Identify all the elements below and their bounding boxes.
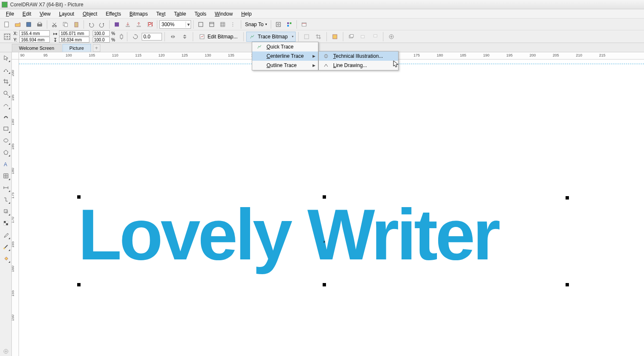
svg-point-29 [5, 36, 5, 37]
snap-to-dropdown[interactable]: Snap To ▾ [243, 22, 269, 27]
scalex-input[interactable] [93, 30, 110, 36]
menu-item-line-drawing[interactable]: Line Drawing... [319, 61, 398, 70]
scaley-input[interactable] [93, 37, 110, 43]
menu-item-technical-illustration[interactable]: Technical Illustration... [319, 51, 398, 61]
artwork-text[interactable]: Lovely Writer [78, 199, 498, 270]
search-content-button[interactable] [112, 20, 122, 29]
publish-pdf-button[interactable]: PDF [145, 20, 155, 29]
quick-customize-button[interactable] [1, 347, 11, 356]
open-button[interactable] [13, 20, 23, 29]
rotation-input[interactable] [142, 33, 162, 40]
menu-view[interactable]: View [35, 10, 55, 18]
menu-window[interactable]: Window [210, 10, 237, 18]
crop-bitmap-button[interactable] [313, 32, 324, 42]
polygon-tool[interactable] [1, 148, 11, 157]
table-tool[interactable] [1, 171, 11, 181]
menu-object[interactable]: Object [78, 10, 102, 18]
edit-bitmap-button[interactable]: Edit Bitmap... [196, 32, 241, 42]
outline-tool[interactable] [1, 242, 11, 251]
chevron-down-icon[interactable]: ▾ [186, 22, 191, 27]
selection-handle-tr[interactable] [566, 196, 569, 200]
menu-edit[interactable]: Edit [18, 10, 35, 18]
import-button[interactable] [123, 20, 133, 29]
menu-item-quick-trace[interactable]: Quick Trace [252, 42, 318, 51]
width-input[interactable] [59, 30, 89, 36]
selection-handle-tl[interactable] [77, 195, 81, 199]
transparency-tool[interactable] [1, 218, 11, 228]
cut-button[interactable] [49, 20, 59, 29]
new-button[interactable] [2, 20, 12, 29]
menu-table[interactable]: Table [170, 10, 191, 18]
mirror-v-button[interactable] [179, 32, 190, 42]
menu-tools[interactable]: Tools [190, 10, 210, 18]
menu-layout[interactable]: Layout [55, 10, 78, 18]
vertical-ruler[interactable]: 200195190185180175170165160155150 [12, 59, 19, 356]
menu-help[interactable]: Help [237, 10, 256, 18]
ruler-corner[interactable] [12, 52, 19, 59]
object-order-button[interactable] [346, 32, 357, 42]
menubar: File Edit View Layout Object Effects Bit… [0, 9, 644, 19]
show-guidelines-button[interactable] [229, 20, 239, 29]
selection-handle-br[interactable] [566, 283, 569, 286]
y-input[interactable] [19, 37, 50, 43]
welcome-button[interactable] [299, 20, 309, 29]
print-button[interactable] [35, 20, 45, 29]
lock-ratio-button[interactable] [119, 32, 124, 41]
canvas[interactable]: Lovely Writer × [19, 59, 644, 356]
fullscreen-button[interactable] [196, 20, 206, 29]
selection-center[interactable]: × [323, 240, 326, 244]
menu-file[interactable]: File [2, 10, 18, 18]
svg-rect-18 [276, 22, 280, 27]
export-button[interactable] [134, 20, 144, 29]
dimension-tool[interactable] [1, 183, 11, 192]
menu-text[interactable]: Text [152, 10, 170, 18]
show-rulers-button[interactable] [207, 20, 217, 29]
show-grid-button[interactable] [218, 20, 228, 29]
y-label: Y: [13, 38, 19, 42]
rectangle-tool[interactable] [1, 124, 11, 133]
menu-bitmaps[interactable]: Bitmaps [125, 10, 152, 18]
selection-handle-bl[interactable] [77, 283, 81, 286]
menu-item-centerline-trace[interactable]: Centerline Trace ▶ [252, 51, 318, 61]
selection-handle-bm[interactable] [323, 283, 326, 286]
wrap-text-button[interactable] [329, 32, 340, 42]
connector-tool[interactable] [1, 195, 11, 204]
mirror-h-button[interactable] [167, 32, 178, 42]
zoom-combo[interactable]: 300% ▾ [159, 20, 191, 29]
freehand-tool[interactable] [1, 100, 11, 110]
trace-bitmap-button[interactable]: Trace Bitmap [246, 32, 296, 42]
pick-tool[interactable] [1, 53, 11, 62]
eyedropper-tool[interactable] [1, 230, 11, 240]
save-button[interactable] [24, 20, 34, 29]
redo-button[interactable] [97, 20, 107, 29]
zoom-tool[interactable] [1, 89, 11, 98]
crop-tool[interactable] [1, 77, 11, 86]
paste-button[interactable] [71, 20, 81, 29]
resample-button[interactable] [301, 32, 312, 42]
drop-shadow-tool[interactable] [1, 207, 11, 216]
tab-picture[interactable]: Picture [62, 44, 91, 52]
to-back-button[interactable] [369, 32, 380, 42]
options-button[interactable] [273, 20, 283, 29]
height-input[interactable] [59, 37, 89, 43]
tab-welcome-screen[interactable]: Welcome Screen [12, 44, 62, 52]
copy-button[interactable] [60, 20, 70, 29]
to-front-button[interactable] [358, 32, 369, 42]
add-preset-button[interactable] [386, 32, 397, 42]
menu-effects[interactable]: Effects [102, 10, 125, 18]
menu-item-outline-trace[interactable]: Outline Trace ▶ [252, 61, 318, 70]
app-launcher-button[interactable] [284, 20, 294, 29]
svg-rect-58 [4, 221, 6, 223]
svg-rect-36 [304, 35, 309, 39]
snap-to-label: Snap To [245, 22, 264, 27]
text-tool[interactable]: A [1, 159, 11, 169]
tab-add-button[interactable]: + [93, 44, 100, 52]
fill-tool[interactable] [1, 254, 11, 263]
ellipse-tool[interactable] [1, 136, 11, 145]
x-input[interactable] [19, 30, 50, 36]
undo-button[interactable] [86, 20, 96, 29]
artistic-media-tool[interactable] [1, 112, 11, 121]
object-origin-button[interactable] [2, 32, 13, 42]
shape-tool[interactable] [1, 65, 11, 74]
selection-handle-tm[interactable] [323, 195, 326, 199]
